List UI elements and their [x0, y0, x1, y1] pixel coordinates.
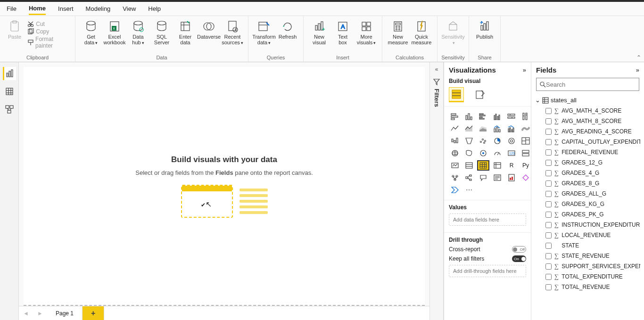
build-visual-mode[interactable] [449, 87, 464, 102]
field-checkbox[interactable] [545, 191, 552, 197]
viz-stacked-bar[interactable] [449, 111, 461, 122]
viz-100-stacked-column[interactable] [520, 111, 532, 122]
keep-all-filters-toggle[interactable]: On [512, 255, 526, 262]
viz-stacked-column[interactable] [463, 111, 475, 122]
field-checkbox[interactable] [545, 181, 552, 187]
viz-donut[interactable] [505, 136, 518, 146]
cross-report-toggle[interactable]: Off [512, 246, 526, 253]
menu-modeling[interactable]: Modeling [86, 3, 111, 14]
viz-qna[interactable] [477, 172, 489, 183]
viz-line-stacked-column[interactable] [491, 123, 504, 134]
filters-expand-button[interactable]: « [435, 66, 438, 73]
viz-scatter[interactable] [477, 136, 489, 146]
viz-slicer[interactable] [463, 160, 475, 171]
report-canvas[interactable]: Build visuals with your data Select or d… [24, 67, 425, 306]
field-checkbox[interactable] [545, 149, 552, 156]
field-row[interactable]: ∑GRADES_ALL_G [535, 189, 640, 199]
field-row[interactable]: ∑TOTAL_EXPENDITURE [535, 271, 640, 282]
viz-ribbon[interactable] [520, 123, 532, 134]
fields-search-input[interactable] [546, 81, 636, 88]
viz-treemap[interactable] [520, 136, 532, 146]
page-next-button[interactable]: ► [33, 310, 47, 317]
field-checkbox[interactable] [545, 201, 552, 207]
field-row[interactable]: ∑GRADES_4_G [535, 168, 640, 178]
viz-stacked-area[interactable] [477, 123, 489, 134]
format-visual-mode[interactable] [472, 87, 487, 102]
field-checkbox[interactable] [545, 212, 552, 218]
excel-workbook-button[interactable]: XExcelworkbook [103, 18, 126, 45]
viz-kpi[interactable] [449, 160, 461, 171]
viz-paginated-report[interactable] [505, 172, 518, 183]
viz-gauge[interactable] [491, 148, 504, 158]
viz-pie[interactable] [491, 136, 504, 146]
field-checkbox[interactable] [545, 139, 552, 145]
field-row[interactable]: ∑AVG_READING_4_SCORE [535, 126, 640, 137]
fields-search[interactable] [536, 78, 639, 91]
field-row[interactable]: ∑STATE [535, 240, 640, 251]
viz-table[interactable] [477, 160, 489, 171]
new-visual-button[interactable]: Newvisual [307, 18, 331, 45]
field-row[interactable]: ∑STATE_REVENUE [535, 251, 640, 261]
viz-funnel[interactable] [463, 136, 475, 146]
field-checkbox[interactable] [545, 284, 552, 290]
drill-through-drop-zone[interactable]: Add drill-through fields here [449, 265, 526, 277]
viz-more[interactable]: ⋯ [463, 185, 475, 195]
viz-line[interactable] [449, 123, 461, 134]
field-row[interactable]: ∑LOCAL_REVENUE [535, 230, 640, 240]
viz-clustered-column[interactable] [491, 111, 504, 122]
viz-decomposition-tree[interactable] [463, 172, 475, 183]
viz-azure-map[interactable] [477, 148, 489, 158]
field-row[interactable]: ∑CAPITAL_OUTLAY_EXPENDIT... [535, 137, 640, 147]
field-row[interactable]: ∑TOTAL_REVENUE [535, 282, 640, 292]
field-row[interactable]: ∑SUPPORT_SERVICES_EXPEN... [535, 261, 640, 271]
recent-sources-button[interactable]: Recentsources▾ [221, 18, 244, 46]
field-row[interactable]: ∑INSTRUCTION_EXPENDITURE [535, 220, 640, 230]
enter-data-button[interactable]: Enterdata [173, 18, 197, 45]
publish-button[interactable]: Publish [473, 18, 496, 40]
viz-multi-row-card[interactable] [520, 148, 532, 158]
field-row[interactable]: ∑GRADES_8_G [535, 178, 640, 189]
viz-power-automate[interactable] [449, 185, 461, 195]
new-measure-button[interactable]: Newmeasure [386, 18, 410, 45]
menu-help[interactable]: Help [148, 3, 161, 14]
viz-100-stacked-bar[interactable] [505, 111, 518, 122]
field-row[interactable]: ∑AVG_MATH_8_SCORE [535, 116, 640, 126]
field-checkbox[interactable] [545, 222, 552, 228]
viz-card[interactable]: 123 [505, 148, 518, 158]
viz-key-influencers[interactable] [449, 172, 461, 183]
quick-measure-button[interactable]: Quickmeasure [410, 18, 433, 45]
transform-data-button[interactable]: Transformdata▾ [252, 18, 276, 46]
field-row[interactable]: ∑FEDERAL_REVENUE [535, 147, 640, 157]
model-view-button[interactable] [3, 103, 16, 116]
field-row[interactable]: ∑AVG_MATH_4_SCORE [535, 106, 640, 116]
field-checkbox[interactable] [545, 129, 552, 135]
viz-smart-narrative[interactable] [491, 172, 504, 183]
page-tab[interactable]: Page 1 [47, 306, 83, 320]
fields-collapse-button[interactable]: » [636, 66, 639, 74]
sql-server-button[interactable]: SQLServer [150, 18, 173, 45]
viz-clustered-bar[interactable] [477, 111, 489, 122]
field-checkbox[interactable] [545, 232, 552, 238]
get-data-button[interactable]: Getdata▾ [79, 18, 103, 46]
menu-view[interactable]: View [123, 3, 136, 14]
field-checkbox[interactable] [545, 243, 552, 249]
visualizations-collapse-button[interactable]: » [523, 66, 526, 74]
viz-r-script[interactable]: R [505, 160, 518, 171]
field-checkbox[interactable] [545, 274, 552, 280]
page-prev-button[interactable]: ◄ [19, 310, 33, 317]
field-checkbox[interactable] [545, 160, 552, 166]
field-checkbox[interactable] [545, 118, 552, 124]
fields-table-row[interactable]: ⌄ states_all [535, 95, 640, 106]
viz-map[interactable] [449, 148, 461, 158]
viz-power-apps[interactable] [520, 172, 532, 183]
menu-insert[interactable]: Insert [58, 3, 74, 14]
menu-home[interactable]: Home [29, 3, 46, 15]
field-checkbox[interactable] [545, 253, 552, 259]
menu-file[interactable]: File [7, 3, 17, 14]
field-row[interactable]: ∑GRADES_12_G [535, 157, 640, 168]
viz-python[interactable]: Py [520, 160, 532, 171]
field-checkbox[interactable] [545, 108, 552, 114]
field-checkbox[interactable] [545, 170, 552, 176]
ribbon-collapse-button[interactable]: ⌃ [636, 54, 641, 61]
text-box-button[interactable]: ATextbox [331, 18, 355, 45]
